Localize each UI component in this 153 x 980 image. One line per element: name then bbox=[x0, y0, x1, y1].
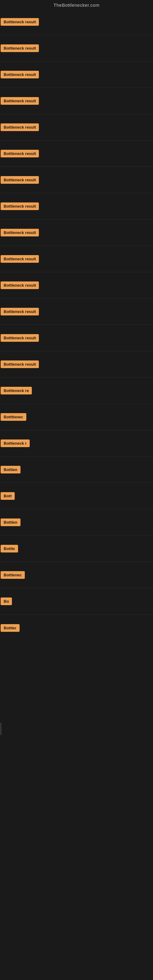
bottleneck-badge[interactable]: Bottleneck result bbox=[1, 176, 39, 184]
result-row: Bottleneck re bbox=[0, 378, 153, 404]
result-row: Botttlenec bbox=[0, 404, 153, 430]
empty-space bbox=[0, 641, 153, 880]
result-row: Bottleneck result bbox=[0, 9, 153, 35]
result-row: Bott bbox=[0, 483, 153, 509]
bottleneck-badge[interactable]: Bott bbox=[1, 492, 15, 500]
result-row: Bottleneck result bbox=[0, 246, 153, 272]
bottleneck-badge[interactable]: Bottleneck result bbox=[1, 150, 39, 158]
result-row: Bottle bbox=[0, 536, 153, 562]
result-row: Bottleneck result bbox=[0, 272, 153, 299]
bottleneck-badge[interactable]: Botttlenec bbox=[1, 413, 26, 421]
bottleneck-badge[interactable]: Bottleneck result bbox=[1, 360, 39, 368]
result-row: Bo bbox=[0, 588, 153, 615]
bottleneck-badge[interactable]: Bottle bbox=[1, 545, 18, 552]
result-row: Bottlenec bbox=[0, 562, 153, 588]
bottleneck-badge[interactable]: Bottleneck result bbox=[1, 123, 39, 131]
result-row: Bottlen bbox=[0, 509, 153, 536]
result-row: Bottleneck result bbox=[0, 167, 153, 193]
footer-line bbox=[1, 723, 1, 735]
result-row: Bottleneck result bbox=[0, 35, 153, 62]
result-row: Bottleneck result bbox=[0, 351, 153, 378]
bottleneck-badge[interactable]: Bo bbox=[1, 598, 12, 605]
result-row: Bottleneck result bbox=[0, 140, 153, 167]
bottleneck-badge[interactable]: Bottleneck result bbox=[1, 255, 39, 263]
bottleneck-badge[interactable]: Bottlen bbox=[1, 466, 21, 474]
results-list: Bottleneck resultBottleneck resultBottle… bbox=[0, 9, 153, 641]
bottleneck-badge[interactable]: Bottleneck result bbox=[1, 45, 39, 52]
result-row: Bottleneck r bbox=[0, 430, 153, 457]
bottleneck-badge[interactable]: Bottleneck result bbox=[1, 202, 39, 210]
bottleneck-badge[interactable]: Bottlen bbox=[1, 519, 21, 526]
bottleneck-badge[interactable]: Bottler bbox=[1, 624, 19, 632]
site-header: TheBottlenecker.com bbox=[0, 0, 153, 9]
result-row: Bottleneck result bbox=[0, 114, 153, 140]
bottleneck-badge[interactable]: Bottleneck re bbox=[1, 387, 32, 395]
result-row: Bottleneck result bbox=[0, 88, 153, 114]
result-row: Bottlen bbox=[0, 457, 153, 483]
bottleneck-badge[interactable]: Bottleneck result bbox=[1, 18, 39, 26]
result-row: Bottler bbox=[0, 615, 153, 641]
bottleneck-badge[interactable]: Bottleneck result bbox=[1, 308, 39, 315]
bottleneck-badge[interactable]: Bottleneck result bbox=[1, 71, 39, 78]
result-row: Bottleneck result bbox=[0, 220, 153, 246]
bottleneck-badge[interactable]: Bottleneck result bbox=[1, 334, 39, 342]
bottleneck-badge[interactable]: Bottlenec bbox=[1, 571, 25, 579]
bottleneck-badge[interactable]: Bottleneck r bbox=[1, 439, 30, 447]
bottleneck-badge[interactable]: Bottleneck result bbox=[1, 229, 39, 236]
bottleneck-badge[interactable]: Bottleneck result bbox=[1, 282, 39, 289]
result-row: Bottleneck result bbox=[0, 325, 153, 351]
bottleneck-badge[interactable]: Bottleneck result bbox=[1, 97, 39, 105]
result-row: Bottleneck result bbox=[0, 299, 153, 325]
result-row: Bottleneck result bbox=[0, 193, 153, 220]
result-row: Bottleneck result bbox=[0, 62, 153, 88]
